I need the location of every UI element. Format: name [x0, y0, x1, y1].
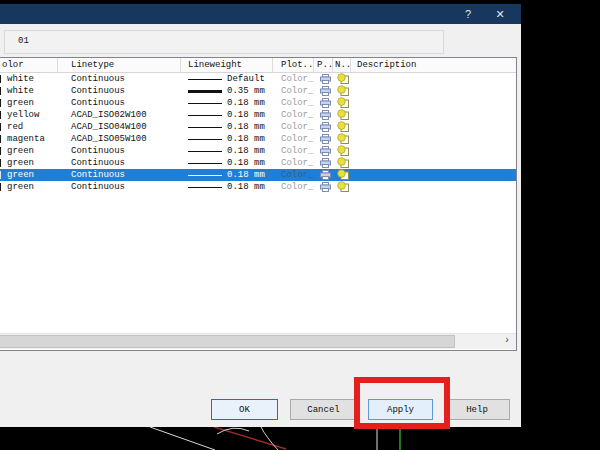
description-cell[interactable] — [351, 121, 516, 133]
plot-cell[interactable] — [314, 121, 333, 133]
new-vp-cell[interactable] — [333, 157, 351, 169]
color-cell[interactable]: green — [0, 145, 58, 157]
header-plot[interactable]: P.. — [314, 58, 333, 72]
plot-style-cell[interactable]: Color_7 — [273, 85, 314, 97]
horizontal-scrollbar[interactable]: › — [0, 333, 516, 349]
layer-table-row[interactable]: green Continuous 0.18 mm Color_3 — [0, 181, 516, 193]
description-cell[interactable] — [351, 85, 516, 97]
layer-table-row[interactable]: magenta ACAD_ISO05W100 0.18 mm Color_6 — [0, 133, 516, 145]
close-icon[interactable]: ✕ — [491, 6, 509, 22]
lineweight-cell[interactable]: 0.18 mm — [181, 169, 273, 181]
linetype-cell[interactable]: Continuous — [58, 97, 181, 109]
plot-style-cell[interactable]: Color_7 — [273, 73, 314, 85]
color-cell[interactable]: white — [0, 85, 58, 97]
plot-style-cell[interactable]: Color_6 — [273, 133, 314, 145]
color-cell[interactable]: green — [0, 169, 58, 181]
new-vp-cell[interactable] — [333, 169, 351, 181]
linetype-cell[interactable]: Continuous — [58, 169, 181, 181]
linetype-cell[interactable]: ACAD_ISO04W100 — [58, 121, 181, 133]
layer-table-row[interactable]: white Continuous 0.35 mm Color_7 — [0, 85, 516, 97]
new-vp-cell[interactable] — [333, 109, 351, 121]
color-cell[interactable]: green — [0, 97, 58, 109]
plot-style-cell[interactable]: Color_1 — [273, 121, 314, 133]
lineweight-cell[interactable]: 0.18 mm — [181, 133, 273, 145]
color-cell[interactable]: green — [0, 181, 58, 193]
layer-table-row[interactable]: green Continuous 0.18 mm Color_3 — [0, 145, 516, 157]
linetype-cell[interactable]: Continuous — [58, 85, 181, 97]
plot-cell[interactable] — [314, 145, 333, 157]
new-vp-cell[interactable] — [333, 73, 351, 85]
header-new-vp[interactable]: N.. — [333, 58, 351, 72]
description-cell[interactable] — [351, 73, 516, 85]
description-cell[interactable] — [351, 181, 516, 193]
plot-cell[interactable] — [314, 85, 333, 97]
lineweight-cell[interactable]: 0.18 mm — [181, 109, 273, 121]
ok-button[interactable]: OK — [211, 399, 278, 420]
header-lineweight[interactable]: Lineweight — [181, 58, 273, 72]
plot-cell[interactable] — [314, 73, 333, 85]
new-vp-cell[interactable] — [333, 121, 351, 133]
header-color[interactable]: olor — [0, 58, 58, 72]
description-cell[interactable] — [351, 97, 516, 109]
help-button[interactable]: Help — [444, 399, 510, 420]
plot-style-cell[interactable]: Color_3 — [273, 145, 314, 157]
layer-table-row[interactable]: yellow ACAD_ISO02W100 0.18 mm Color_2 — [0, 109, 516, 121]
plot-style-cell[interactable]: Color_3 — [273, 157, 314, 169]
new-vp-cell[interactable] — [333, 181, 351, 193]
help-icon[interactable]: ? — [459, 6, 477, 22]
description-cell[interactable] — [351, 157, 516, 169]
color-cell[interactable]: yellow — [0, 109, 58, 121]
layer-table-row[interactable]: green Continuous 0.18 mm Color_3 — [0, 169, 516, 181]
new-vp-cell[interactable] — [333, 97, 351, 109]
linetype-cell[interactable]: Continuous — [58, 145, 181, 157]
plot-cell[interactable] — [314, 181, 333, 193]
plot-cell[interactable] — [314, 133, 333, 145]
linetype-cell[interactable]: Continuous — [58, 181, 181, 193]
color-swatch — [0, 135, 1, 143]
lineweight-cell[interactable]: 0.18 mm — [181, 181, 273, 193]
cancel-button[interactable]: Cancel — [290, 399, 357, 420]
scrollbar-thumb[interactable] — [0, 335, 455, 348]
plot-style-cell[interactable]: Color_2 — [273, 109, 314, 121]
printer-icon — [320, 86, 331, 96]
linetype-cell[interactable]: Continuous — [58, 73, 181, 85]
new-vp-cell[interactable] — [333, 85, 351, 97]
linetype-cell[interactable]: Continuous — [58, 157, 181, 169]
new-vp-cell[interactable] — [333, 145, 351, 157]
color-swatch — [0, 147, 1, 155]
scroll-right-arrow-icon[interactable]: › — [499, 335, 515, 348]
layer-table-row[interactable]: green Continuous 0.18 mm Color_3 — [0, 97, 516, 109]
header-description[interactable]: Description — [351, 58, 516, 72]
plot-cell[interactable] — [314, 169, 333, 181]
color-cell[interactable]: green — [0, 157, 58, 169]
lineweight-cell[interactable]: 0.18 mm — [181, 121, 273, 133]
lineweight-cell[interactable]: 0.18 mm — [181, 145, 273, 157]
lineweight-cell[interactable]: 0.18 mm — [181, 97, 273, 109]
color-swatch — [0, 75, 1, 83]
new-vp-cell[interactable] — [333, 133, 351, 145]
lineweight-cell[interactable]: 0.35 mm — [181, 85, 273, 97]
color-cell[interactable]: white — [0, 73, 58, 85]
plot-style-cell[interactable]: Color_3 — [273, 97, 314, 109]
header-linetype[interactable]: Linetype — [58, 58, 181, 72]
plot-style-cell[interactable]: Color_3 — [273, 181, 314, 193]
plot-cell[interactable] — [314, 109, 333, 121]
description-cell[interactable] — [351, 145, 516, 157]
linetype-cell[interactable]: ACAD_ISO05W100 — [58, 133, 181, 145]
description-cell[interactable] — [351, 133, 516, 145]
plot-style-cell[interactable]: Color_3 — [273, 169, 314, 181]
header-plot-style[interactable]: Plot... — [273, 58, 314, 72]
lineweight-cell[interactable]: 0.18 mm — [181, 157, 273, 169]
layer-table-row[interactable]: white Continuous Default Color_7 — [0, 73, 516, 85]
color-cell[interactable]: red — [0, 121, 58, 133]
lineweight-cell[interactable]: Default — [181, 73, 273, 85]
layer-table-row[interactable]: red ACAD_ISO04W100 0.18 mm Color_1 — [0, 121, 516, 133]
plot-cell[interactable] — [314, 97, 333, 109]
color-cell[interactable]: magenta — [0, 133, 58, 145]
linetype-cell[interactable]: ACAD_ISO02W100 — [58, 109, 181, 121]
description-cell[interactable] — [351, 169, 516, 181]
layer-table-row[interactable]: green Continuous 0.18 mm Color_3 — [0, 157, 516, 169]
description-cell[interactable] — [351, 109, 516, 121]
plot-cell[interactable] — [314, 157, 333, 169]
layer-filter-box[interactable]: 01 — [4, 30, 444, 54]
